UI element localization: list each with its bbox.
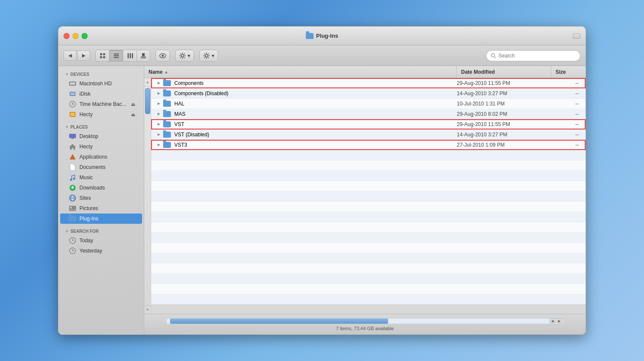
coverflow-icon — [140, 53, 146, 59]
scroll-down-button[interactable]: ▼ — [144, 305, 151, 314]
svg-rect-10 — [142, 53, 145, 56]
svg-rect-0 — [100, 53, 102, 55]
sort-arrow: ▲ — [164, 70, 168, 74]
apps-icon — [69, 153, 76, 161]
sidebar-item-desktop[interactable]: Desktop — [58, 131, 144, 141]
drive-icon — [69, 111, 76, 118]
devices-chevron: ▼ — [65, 72, 69, 76]
maximize-button[interactable] — [82, 33, 88, 39]
expand-button[interactable]: ▶ — [155, 120, 163, 129]
svg-rect-28 — [70, 113, 75, 116]
table-row[interactable]: ▶ HAL 10-Jul-2010 1:31 PM -- — [151, 99, 586, 109]
sidebar-item-hecty-place[interactable]: Hecty — [58, 141, 144, 152]
h-scroll-right[interactable]: ▶ — [556, 319, 562, 323]
date-column-header[interactable]: Date Modified — [457, 66, 551, 78]
expand-button[interactable]: ▶ — [155, 110, 163, 118]
h-scrollbar-thumb[interactable] — [170, 319, 388, 324]
cover-flow-button[interactable] — [137, 50, 150, 62]
sidebar-item-idisk[interactable]: iDisk — [58, 89, 144, 99]
sidebar-item-time-machine[interactable]: Time Machine Bac... ⏏ — [58, 99, 144, 109]
svg-point-14 — [162, 54, 164, 57]
expand-button[interactable]: ▶ — [155, 99, 163, 108]
h-scroll-arrows: ◀ ▶ — [550, 319, 562, 323]
empty-row — [151, 294, 586, 304]
sidebar-item-macintosh-hd[interactable]: Macintosh HD — [58, 78, 144, 89]
name-column-header[interactable]: Name ▲ — [144, 66, 457, 78]
file-list-container: ▲ ▼ ▶ Components 29-Aug-2010 11:55 PM -- — [144, 78, 586, 314]
sidebar-item-downloads[interactable]: Downloads — [58, 183, 144, 193]
sidebar-item-sites[interactable]: Sites — [58, 193, 144, 203]
eject-icon-time-machine: ⏏ — [131, 102, 137, 107]
table-row[interactable]: ▶ VST (Disabled) 14-Aug-2010 3:27 PM -- — [151, 129, 586, 140]
svg-point-43 — [70, 207, 72, 208]
sidebar: ▼ DEVICES Macintosh HD — [58, 66, 144, 334]
svg-rect-29 — [69, 134, 76, 138]
sidebar-item-yesterday[interactable]: Yesterday — [58, 246, 144, 256]
expand-button[interactable]: ▶ — [155, 79, 163, 87]
svg-rect-38 — [72, 186, 73, 188]
column-view-button[interactable] — [123, 50, 137, 62]
forward-button[interactable]: ▶ — [77, 51, 90, 61]
empty-row — [151, 171, 586, 181]
table-row[interactable]: ▶ Components (Disabled) 14-Aug-2010 3:27… — [151, 88, 586, 99]
gear-button[interactable]: ▾ — [175, 50, 194, 62]
scroll-up-button[interactable]: ▲ — [144, 78, 151, 87]
sidebar-item-pictures[interactable]: Pictures — [58, 203, 144, 214]
table-row[interactable]: ▶ Components 29-Aug-2010 11:55 PM -- — [151, 78, 586, 88]
expand-button[interactable]: ▶ — [155, 130, 163, 139]
empty-row — [151, 202, 586, 212]
search-box[interactable] — [486, 50, 580, 61]
empty-row — [151, 212, 586, 222]
sidebar-item-hecty-device[interactable]: Hecty ⏏ — [58, 109, 144, 120]
svg-rect-7 — [128, 53, 129, 58]
action-gear-icon — [203, 52, 210, 59]
folder-icon — [163, 111, 171, 117]
expand-button[interactable]: ▶ — [155, 89, 163, 98]
scroll-track-body — [144, 87, 151, 305]
svg-rect-1 — [103, 53, 105, 55]
finder-window: Plug-Ins ◀ ▶ — [58, 26, 586, 335]
sidebar-item-today[interactable]: Today — [58, 235, 144, 246]
expand-button[interactable]: ▶ — [155, 141, 163, 149]
size-column-header[interactable]: Size — [551, 66, 586, 78]
search-input[interactable] — [498, 53, 576, 59]
list-view-button[interactable] — [109, 50, 123, 62]
empty-row — [151, 181, 586, 191]
h-scroll-left[interactable]: ◀ — [550, 319, 556, 323]
search-section-label: ▼ SEARCH FOR — [58, 226, 144, 235]
svg-rect-12 — [141, 58, 146, 58]
icon-view-button[interactable] — [95, 50, 109, 62]
action-button[interactable]: ▾ — [199, 50, 218, 62]
yesterday-icon — [69, 247, 76, 255]
sidebar-item-documents[interactable]: Documents — [58, 162, 144, 172]
close-button[interactable] — [64, 33, 70, 39]
svg-point-35 — [73, 178, 75, 180]
svg-rect-42 — [69, 206, 76, 211]
gear-icon — [179, 52, 186, 59]
eye-button[interactable] — [155, 50, 170, 62]
svg-rect-6 — [114, 57, 119, 58]
minimize-button[interactable] — [73, 33, 79, 39]
doc-icon — [69, 163, 76, 171]
window-resize-button[interactable] — [573, 33, 580, 39]
traffic-lights — [64, 33, 88, 39]
today-icon — [69, 237, 76, 244]
svg-point-34 — [70, 179, 72, 181]
sidebar-item-music[interactable]: Music — [58, 172, 144, 183]
svg-rect-11 — [141, 57, 146, 57]
table-row[interactable]: ▶ VST 29-Aug-2010 11:55 PM -- — [151, 119, 586, 129]
scroll-thumb[interactable] — [145, 88, 150, 114]
file-area: Name ▲ Date Modified Size ▲ ▼ — [144, 66, 586, 334]
horizontal-scrollbar[interactable]: ◀ ▶ — [166, 318, 563, 324]
svg-point-15 — [181, 54, 184, 57]
sidebar-item-applications[interactable]: Applications — [58, 152, 144, 162]
table-row[interactable]: ▶ VST3 27-Jul-2010 1:09 PM -- — [151, 140, 586, 150]
desktop-icon — [69, 132, 76, 140]
table-row[interactable]: ▶ MAS 29-Aug-2010 8:02 PM -- — [151, 109, 586, 119]
places-section-label: ▼ PLACES — [58, 122, 144, 131]
back-button[interactable]: ◀ — [64, 51, 76, 61]
plug-ins-folder-icon — [69, 215, 76, 223]
sidebar-item-plug-ins[interactable]: Plug-Ins — [60, 214, 142, 224]
music-icon — [69, 174, 76, 181]
empty-row — [151, 274, 586, 284]
